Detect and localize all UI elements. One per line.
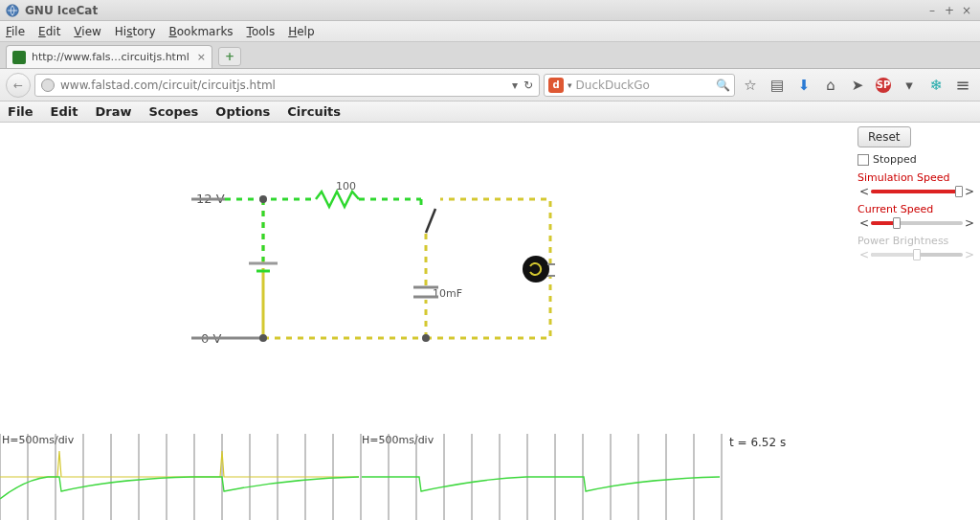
app-icon: [6, 4, 19, 17]
adblock-icon[interactable]: SP: [876, 78, 891, 93]
downloads-icon[interactable]: ⬇: [795, 77, 813, 94]
window-minimize-button[interactable]: –: [924, 4, 940, 17]
site-identity-icon[interactable]: [41, 79, 55, 92]
search-engine-icon[interactable]: d: [548, 78, 564, 93]
home-icon[interactable]: ⌂: [822, 77, 839, 94]
svg-point-11: [523, 256, 549, 283]
menu-view[interactable]: View: [74, 25, 100, 38]
back-button[interactable]: ←: [6, 73, 31, 98]
app-menu-edit[interactable]: Edit: [51, 104, 78, 119]
tab-close-button[interactable]: ×: [197, 51, 206, 63]
menu-file[interactable]: File: [6, 25, 25, 38]
svg-point-9: [259, 334, 267, 342]
search-icon[interactable]: 🔍: [716, 79, 730, 92]
page-content: File Edit Draw Scopes Options Circuits R…: [0, 102, 980, 520]
svg-point-10: [422, 334, 430, 342]
app-menubar: File Edit Draw Scopes Options Circuits: [0, 102, 980, 123]
circuit-svg: [0, 123, 861, 439]
app-menu-circuits[interactable]: Circuits: [287, 104, 341, 119]
snowflake-icon[interactable]: ❄: [927, 77, 945, 94]
app-menu-options[interactable]: Options: [215, 104, 270, 119]
menu-history[interactable]: History: [115, 25, 156, 38]
app-menu-scopes[interactable]: Scopes: [148, 104, 198, 119]
menu-edit[interactable]: Edit: [38, 25, 60, 38]
browser-tab[interactable]: http://www.fals…circuitjs.html ×: [6, 45, 212, 68]
new-tab-button[interactable]: +: [218, 47, 241, 66]
url-dropdown-icon[interactable]: ▾: [512, 79, 518, 92]
window-maximize-button[interactable]: +: [942, 4, 957, 17]
send-icon[interactable]: ➤: [849, 77, 866, 94]
tab-strip: http://www.fals…circuitjs.html × +: [0, 42, 980, 69]
menu-bookmarks[interactable]: Bookmarks: [169, 25, 234, 38]
browser-menubar: File Edit View History Bookmarks Tools H…: [0, 21, 980, 42]
library-icon[interactable]: ▤: [768, 77, 786, 94]
window-close-button[interactable]: ×: [959, 4, 974, 17]
reload-button[interactable]: ↻: [523, 79, 533, 92]
window-titlebar: GNU IceCat – + ×: [0, 0, 980, 21]
svg-point-8: [259, 195, 267, 203]
scope-area[interactable]: H=500ms/div H=500ms/div t = 6.52 s: [0, 434, 980, 520]
menu-tools[interactable]: Tools: [247, 25, 276, 38]
circuit-canvas[interactable]: 12 V 0 V 100 10mF: [0, 123, 980, 520]
url-text: www.falstad.com/circuit/circuitjs.html: [60, 79, 276, 92]
url-toolbar: ← www.falstad.com/circuit/circuitjs.html…: [0, 69, 980, 102]
menu-help[interactable]: Help: [288, 25, 314, 38]
time-label: t = 6.52 s: [729, 436, 786, 449]
tab-favicon: [12, 51, 26, 64]
search-placeholder: DuckDuckGo: [576, 79, 650, 92]
search-box[interactable]: d ▾ DuckDuckGo 🔍: [544, 74, 735, 97]
address-bar[interactable]: www.falstad.com/circuit/circuitjs.html ▾…: [34, 74, 540, 97]
search-engine-dropdown[interactable]: ▾: [568, 80, 572, 90]
app-menu-draw[interactable]: Draw: [95, 104, 131, 119]
tab-title: http://www.fals…circuitjs.html: [32, 51, 189, 63]
hamburger-menu-icon[interactable]: ≡: [954, 77, 971, 94]
bookmark-star-icon[interactable]: ☆: [742, 77, 759, 94]
app-menu-file[interactable]: File: [8, 104, 33, 119]
window-title: GNU IceCat: [25, 4, 923, 17]
svg-line-1: [426, 209, 435, 233]
https-toggle-icon[interactable]: ▾: [901, 77, 918, 94]
scope-svg: [0, 434, 727, 520]
